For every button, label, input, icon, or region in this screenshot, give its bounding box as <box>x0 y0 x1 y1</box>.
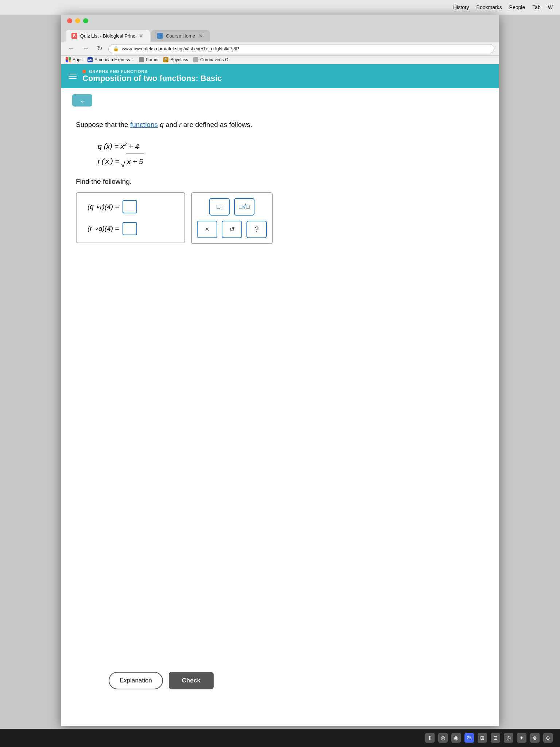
check-button[interactable]: Check <box>169 672 214 689</box>
taskbar-icon-4[interactable]: ⊞ <box>478 733 487 743</box>
keyboard-row-2: × ↺ ? <box>197 221 267 238</box>
problem-intro: Suppose that the functions q and r are d… <box>76 120 484 130</box>
functions-link[interactable]: functions <box>130 121 158 128</box>
dropdown-button[interactable]: ⌄ <box>72 94 92 107</box>
sqrt-notation: √ x + 5 <box>121 154 144 169</box>
bottom-buttons: Explanation Check <box>109 672 214 689</box>
kb-sqrt-btn[interactable]: □√□ <box>234 198 254 216</box>
address-bar[interactable]: 🔒 www-awn.aleks.com/alekscgi/x/lsl.exe/1… <box>108 44 494 53</box>
header-title: Composition of two functions: Basic <box>82 74 222 83</box>
taskbar-icon-1[interactable]: ⬆ <box>425 733 435 743</box>
taskbar-icon-8[interactable]: ⊗ <box>530 733 540 743</box>
keyboard-row-1: □□ □√□ <box>197 198 267 216</box>
taskbar-icon-9[interactable]: ⊙ <box>543 733 553 743</box>
function-r: r (x) = √ x + 5 <box>98 154 484 169</box>
menu-history[interactable]: History <box>453 4 469 10</box>
address-bar-row: ← → ↻ 🔒 www-awn.aleks.com/alekscgi/x/lsl… <box>61 42 499 56</box>
find-text: Find the following. <box>76 178 484 186</box>
functions-display: q (x) = x2 + 4 r (x) = √ x + 5 <box>98 139 484 169</box>
bookmarks-bar: Apps AM American Express... Paradi 🔍 Spy… <box>61 56 499 64</box>
math-keyboard: □□ □√□ × ↺ ? <box>191 192 273 244</box>
taskbar-icon-2[interactable]: ◎ <box>438 733 448 743</box>
bookmark-corona-label: Coronavirus C <box>200 57 228 62</box>
problem-area: Suppose that the functions q and r are d… <box>61 112 499 251</box>
bookmark-paradi[interactable]: Paradi <box>139 57 159 62</box>
taskbar-calendar[interactable]: 25 <box>464 733 474 743</box>
tab-label-1: Quiz List - Biological Princ <box>80 33 135 39</box>
bookmark-amex[interactable]: AM American Express... <box>88 57 133 62</box>
refresh-button[interactable]: ↻ <box>95 44 105 53</box>
kb-help-btn[interactable]: ? <box>246 221 267 238</box>
menu-bookmarks[interactable]: Bookmarks <box>477 4 502 10</box>
tab-icon-course: □ <box>157 33 163 39</box>
maximize-button[interactable] <box>83 18 88 23</box>
kb-undo-btn[interactable]: ↺ <box>222 221 242 238</box>
tab-icon-b: B <box>71 33 77 39</box>
tab-close-1[interactable]: ✕ <box>138 33 144 39</box>
forward-button[interactable]: → <box>80 44 91 53</box>
tab-label-2: Course Home <box>166 33 195 39</box>
taskbar-icon-5[interactable]: ⊡ <box>491 733 500 743</box>
question-1-label: (q ∘r)(4) = <box>88 202 119 211</box>
close-button[interactable] <box>67 18 72 23</box>
bookmark-apps[interactable]: Apps <box>66 57 82 62</box>
window-controls <box>61 15 499 27</box>
question-2-label: (r ∘q)(4) = <box>88 224 119 233</box>
lock-icon: 🔒 <box>113 46 119 51</box>
answer-input-1[interactable] <box>122 200 137 213</box>
taskbar-icon-7[interactable]: ✦ <box>517 733 526 743</box>
tab-bar: B Quiz List - Biological Princ ✕ □ Cours… <box>61 27 499 42</box>
minimize-button[interactable] <box>75 18 80 23</box>
taskbar-icon-3[interactable]: ◉ <box>451 733 461 743</box>
explanation-button[interactable]: Explanation <box>109 672 163 689</box>
aleks-header: GRAPHS AND FUNCTIONS Composition of two … <box>61 64 499 88</box>
menu-tab[interactable]: Tab <box>532 4 541 10</box>
tab-close-2[interactable]: ✕ <box>198 33 204 39</box>
menu-w[interactable]: W <box>548 4 553 10</box>
bookmark-spyglass[interactable]: 🔍 Spyglass <box>163 57 188 62</box>
tab-course-home[interactable]: □ Course Home ✕ <box>151 30 210 42</box>
bookmark-spyglass-label: Spyglass <box>170 57 188 62</box>
answer-area: (q ∘r)(4) = (r ∘q)(4) = □□ <box>76 192 484 244</box>
bookmark-paradi-label: Paradi <box>146 57 159 62</box>
taskbar-icon-6[interactable]: ◎ <box>504 733 513 743</box>
question-1-row: (q ∘r)(4) = <box>88 200 174 213</box>
answer-input-2[interactable] <box>122 222 137 235</box>
function-q: q (x) = x2 + 4 <box>98 139 484 154</box>
menu-people[interactable]: People <box>509 4 525 10</box>
bookmark-coronavirus[interactable]: Coronavirus C <box>193 57 228 62</box>
question-2-row: (r ∘q)(4) = <box>88 222 174 235</box>
kb-superscript-btn[interactable]: □□ <box>209 198 230 216</box>
menu-bar: History Bookmarks People Tab W <box>0 0 560 15</box>
tab-quiz-list[interactable]: B Quiz List - Biological Princ ✕ <box>66 30 150 42</box>
address-text: www-awn.aleks.com/alekscgi/x/lsl.exe/1o_… <box>122 46 490 51</box>
header-topic: GRAPHS AND FUNCTIONS <box>82 69 222 74</box>
page-content: GRAPHS AND FUNCTIONS Composition of two … <box>61 64 499 721</box>
bookmark-amex-label: American Express... <box>94 57 133 62</box>
input-boxes: (q ∘r)(4) = (r ∘q)(4) = <box>76 192 185 243</box>
hamburger-menu[interactable] <box>69 74 77 79</box>
header-text-block: GRAPHS AND FUNCTIONS Composition of two … <box>82 69 222 83</box>
kb-times-btn[interactable]: × <box>197 221 217 238</box>
bookmark-apps-label: Apps <box>73 57 82 62</box>
taskbar: ⬆ ◎ ◉ 25 ⊞ ⊡ ◎ ✦ ⊗ ⊙ <box>0 729 560 747</box>
back-button[interactable]: ← <box>66 44 77 53</box>
